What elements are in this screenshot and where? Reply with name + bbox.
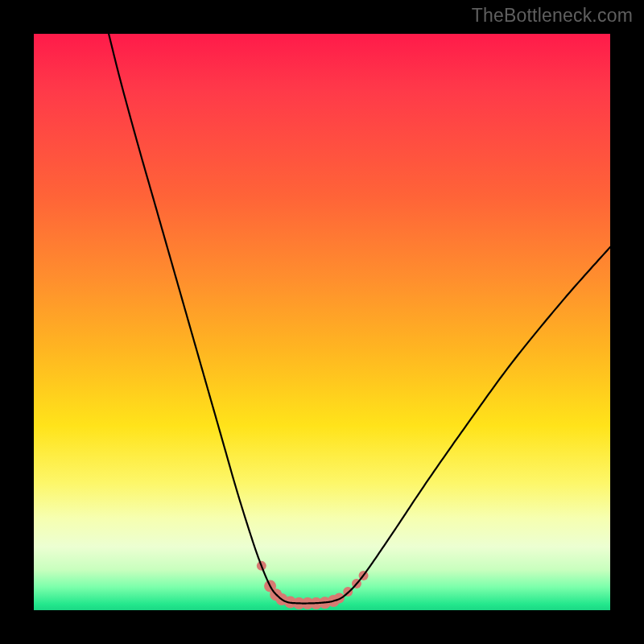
curve-svg <box>34 34 610 610</box>
marker-layer <box>257 561 369 609</box>
chart-frame: TheBottleneck.com <box>0 0 644 644</box>
watermark-text: TheBottleneck.com <box>472 5 633 27</box>
bottleneck-curve <box>109 34 610 604</box>
plot-area <box>34 34 610 610</box>
